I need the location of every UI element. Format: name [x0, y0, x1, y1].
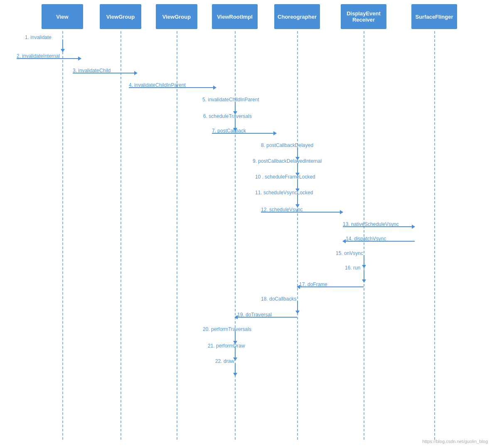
lifeline-line-viewgroup2: [177, 31, 177, 440]
step-label-18: 18. doCallbacks: [261, 296, 296, 302]
step-label-1: 1. invalidate: [25, 34, 52, 40]
step-arrow-3: [73, 73, 137, 73]
step-arrow-20: [235, 331, 236, 344]
sequence-diagram: https://blog.csdn.net/guolin_blog ViewVi…: [0, 0, 492, 448]
step-label-15: 15. onVsync: [336, 250, 363, 256]
lifeline-header-view: View: [42, 4, 83, 29]
step-arrow-22: [235, 363, 236, 376]
step-label-5: 5. invalidateChildInParent: [202, 97, 259, 103]
step-arrow-18: [297, 301, 298, 313]
step-label-16: 16. run: [345, 265, 360, 271]
lifeline-line-surfaceflinger: [434, 31, 435, 440]
lifeline-header-viewgroup1: ViewGroup: [100, 4, 141, 29]
step-label-8: 8. postCallbackDelayed: [261, 142, 313, 148]
lifeline-line-choreographer: [297, 31, 298, 440]
step-arrow-17: [297, 286, 364, 287]
step-label-21: 21. performDraw: [208, 343, 245, 349]
lifeline-header-choreographer: Choreographer: [274, 4, 320, 29]
step-label-6: 6. scheduleTraversals: [203, 113, 252, 119]
step-label-11: 11. scheduleVsyncLocked: [255, 190, 313, 196]
step-label-10: 10 . scheduleFrameLocked: [255, 174, 315, 180]
step-arrow-5: [235, 102, 236, 114]
step-arrow-4: [129, 87, 216, 88]
step-arrow-21: [235, 348, 236, 360]
lifeline-line-displayeventreceiver: [364, 31, 364, 440]
lifeline-header-displayeventreceiver: DisplayEvent Receiver: [341, 4, 386, 29]
step-arrow-11: [297, 195, 298, 207]
step-arrow-14: [343, 241, 415, 242]
lifeline-header-viewgroup2: ViewGroup: [156, 4, 197, 29]
step-label-9: 9. postCallbackDelayedInternal: [253, 158, 322, 164]
lifeline-line-view: [62, 31, 63, 440]
step-arrow-19: [235, 317, 297, 318]
step-label-22: 22. draw: [215, 358, 234, 364]
lifeline-line-viewgroup1: [121, 31, 121, 440]
step-label-20: 20. performTraversals: [203, 326, 251, 332]
step-arrow-1: [62, 39, 63, 52]
lifeline-header-viewrootimpl: ViewRootImpl: [212, 4, 258, 29]
watermark: https://blog.csdn.net/guolin_blog: [422, 439, 488, 444]
step-arrow-12: [261, 212, 343, 213]
lifeline-header-surfaceflinger: SurfaceFlinger: [411, 4, 457, 29]
lifeline-line-viewrootimpl: [235, 31, 236, 440]
step-arrow-15: [364, 255, 364, 268]
step-arrow-13: [343, 226, 415, 227]
step-arrow-2: [17, 58, 81, 59]
step-arrow-7: [212, 133, 276, 134]
step-arrow-16: [364, 270, 364, 282]
